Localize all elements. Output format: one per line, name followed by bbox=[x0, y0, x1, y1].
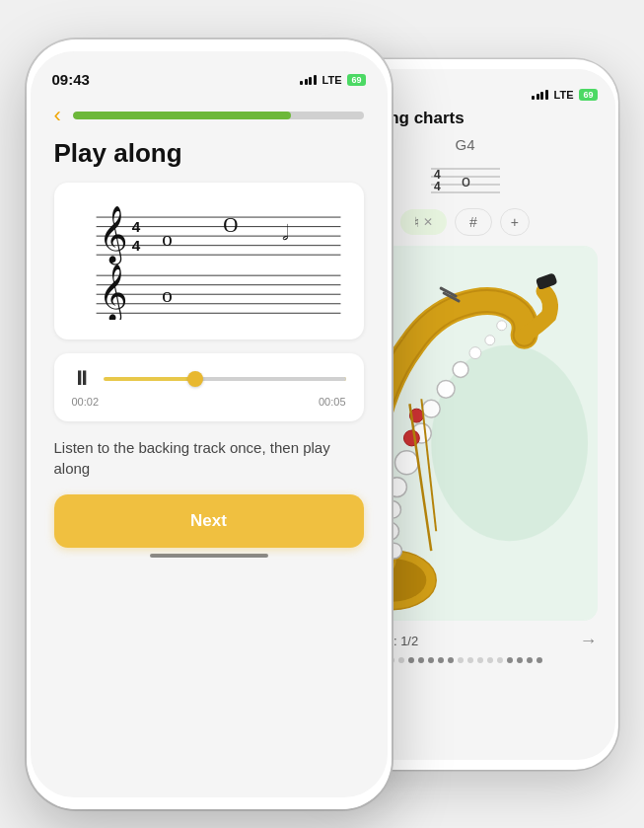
progress-bar-container bbox=[73, 112, 364, 119]
dot-13 bbox=[507, 657, 513, 663]
slider-track-right bbox=[195, 377, 346, 381]
bar3 bbox=[540, 92, 543, 100]
dot-11 bbox=[487, 657, 493, 663]
total-time: 00:05 bbox=[319, 396, 346, 408]
dot-7 bbox=[448, 657, 454, 663]
battery-back: 69 bbox=[579, 89, 597, 101]
svg-point-24 bbox=[484, 335, 494, 344]
bar1-f bbox=[300, 81, 303, 85]
time-labels: 00:02 00:05 bbox=[72, 396, 346, 408]
svg-point-21 bbox=[403, 430, 419, 446]
battery-front: 69 bbox=[347, 74, 365, 86]
bar2-f bbox=[305, 79, 308, 85]
dot-8 bbox=[458, 657, 464, 663]
pause-button[interactable]: ⏸ bbox=[72, 367, 92, 390]
svg-text:o: o bbox=[162, 282, 172, 306]
dot-9 bbox=[467, 657, 473, 663]
sheet-music-card: 𝄞 4 4 o O 𝅗𝅥 bbox=[54, 183, 364, 340]
sheet-music-svg: 𝄞 4 4 o O 𝅗𝅥 bbox=[68, 198, 350, 321]
svg-point-23 bbox=[468, 346, 480, 358]
dot-16 bbox=[537, 657, 542, 663]
status-icons-back: LTE 69 bbox=[532, 89, 597, 101]
bar3-f bbox=[309, 77, 312, 85]
lte-back: LTE bbox=[554, 89, 574, 101]
dot-3 bbox=[408, 657, 414, 663]
bar4 bbox=[545, 90, 548, 100]
audio-controls: ⏸ bbox=[72, 367, 346, 390]
dot-5 bbox=[428, 657, 434, 663]
svg-text:o: o bbox=[462, 173, 470, 189]
dot-2 bbox=[398, 657, 404, 663]
natural-btn[interactable]: ♮ ✕ bbox=[400, 209, 447, 235]
plus-symbol: + bbox=[511, 214, 519, 230]
dot-10 bbox=[477, 657, 483, 663]
progress-bar-fill bbox=[73, 112, 291, 119]
home-indicator bbox=[150, 554, 268, 558]
dot-14 bbox=[517, 657, 523, 663]
slider-thumb[interactable] bbox=[187, 371, 203, 387]
dot-6 bbox=[438, 657, 444, 663]
instruction-text: Listen to the backing track once, then p… bbox=[54, 437, 364, 479]
audio-card: ⏸ 00:02 00:05 bbox=[54, 353, 364, 421]
dot-4 bbox=[418, 657, 424, 663]
phones-container: LTE 69 Fingering charts G4 4 4 o bbox=[27, 20, 618, 809]
bar4-f bbox=[314, 75, 317, 85]
page-title: Play along bbox=[54, 138, 364, 169]
plus-btn[interactable]: + bbox=[500, 208, 530, 236]
close-icon: ✕ bbox=[423, 215, 433, 229]
back-button[interactable]: ‹ bbox=[54, 103, 61, 128]
svg-text:4: 4 bbox=[131, 237, 140, 254]
svg-text:4: 4 bbox=[131, 218, 140, 235]
lte-front: LTE bbox=[322, 74, 342, 86]
svg-text:𝄞: 𝄞 bbox=[98, 264, 127, 320]
signal-front bbox=[300, 75, 317, 85]
svg-point-20 bbox=[453, 361, 468, 377]
svg-text:4: 4 bbox=[434, 180, 441, 193]
screen-front: 09:43 LTE 69 ‹ bbox=[31, 51, 388, 797]
status-bar-front: 09:43 LTE 69 bbox=[31, 51, 388, 95]
bar1 bbox=[532, 96, 535, 100]
svg-text:𝄞: 𝄞 bbox=[98, 206, 127, 265]
svg-text:𝅗𝅥: 𝅗𝅥 bbox=[282, 222, 288, 240]
next-button[interactable]: Next bbox=[54, 494, 364, 548]
audio-slider[interactable] bbox=[104, 377, 346, 381]
alt-arrow[interactable]: → bbox=[580, 631, 598, 651]
svg-text:o: o bbox=[162, 226, 172, 250]
bar2 bbox=[537, 94, 539, 100]
dot-12 bbox=[497, 657, 503, 663]
phone-front: 09:43 LTE 69 ‹ bbox=[27, 39, 392, 809]
sharp-btn[interactable]: # bbox=[455, 208, 492, 236]
signal-back bbox=[532, 90, 548, 100]
status-time: 09:43 bbox=[52, 71, 90, 88]
dot-15 bbox=[527, 657, 533, 663]
status-icons-front: LTE 69 bbox=[300, 74, 365, 86]
svg-point-12 bbox=[394, 450, 418, 474]
svg-text:O: O bbox=[223, 213, 238, 237]
natural-symbol: ♮ bbox=[414, 214, 419, 230]
svg-point-25 bbox=[496, 320, 506, 330]
nav-row: ‹ bbox=[54, 103, 364, 128]
current-time: 00:02 bbox=[72, 396, 100, 408]
sharp-symbol: # bbox=[469, 214, 477, 230]
front-main-content: ‹ Play along bbox=[31, 95, 388, 797]
svg-point-19 bbox=[437, 380, 455, 398]
time-sig-svg: 4 4 o bbox=[426, 161, 505, 200]
svg-point-18 bbox=[422, 400, 440, 417]
